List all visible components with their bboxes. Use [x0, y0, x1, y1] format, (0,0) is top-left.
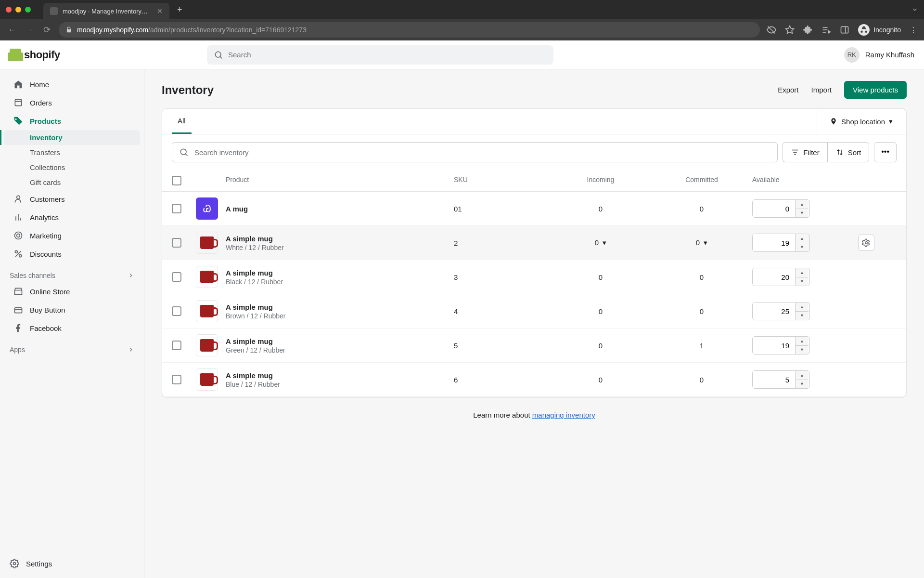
row-checkbox[interactable] [172, 204, 181, 213]
star-icon[interactable] [785, 25, 795, 35]
address-bar[interactable]: moodjoy.myshopify.com/admin/products/inv… [59, 22, 760, 38]
col-incoming[interactable]: Incoming [550, 176, 651, 185]
available-input[interactable] [753, 302, 795, 320]
stepper-down[interactable]: ▼ [796, 312, 808, 320]
col-committed[interactable]: Committed [651, 176, 752, 185]
select-all-checkbox[interactable] [172, 176, 181, 185]
forward-button[interactable]: → [24, 25, 35, 35]
logo[interactable]: shopify [10, 49, 149, 61]
committed-dropdown[interactable]: 0 ▾ [696, 238, 708, 247]
product-name[interactable]: A simple mug [226, 337, 454, 345]
row-checkbox[interactable] [172, 306, 181, 316]
row-checkbox[interactable] [172, 238, 181, 248]
kebab-menu-icon[interactable]: ⋮ [910, 26, 917, 35]
sidebar-sub-inventory[interactable]: Inventory [4, 130, 140, 145]
available-input[interactable] [753, 234, 795, 251]
close-window-button[interactable] [6, 7, 12, 13]
analytics-icon [13, 212, 23, 222]
table-row[interactable]: A simple mugBrown / 12 / Rubber400▲▼ [162, 294, 906, 328]
stepper-down[interactable]: ▼ [796, 277, 808, 286]
stepper-down[interactable]: ▼ [796, 209, 808, 218]
available-input[interactable] [753, 371, 795, 388]
filter-button[interactable]: Filter [783, 142, 827, 162]
back-button[interactable]: ← [7, 25, 17, 35]
available-stepper[interactable]: ▲▼ [752, 268, 810, 286]
product-name[interactable]: A simple mug [226, 269, 454, 277]
stepper-up[interactable]: ▲ [796, 200, 808, 209]
sidebar-item-analytics[interactable]: Analytics [4, 209, 140, 226]
user-menu[interactable]: RK Ramy Khuffash [844, 47, 914, 63]
stepper-up[interactable]: ▲ [796, 302, 808, 312]
global-search[interactable]: Search [207, 45, 553, 65]
stepper-up[interactable]: ▲ [796, 234, 808, 243]
sidebar-channel-buy-button[interactable]: Buy Button [4, 301, 140, 318]
managing-inventory-link[interactable]: managing inventory [532, 411, 595, 419]
incoming-dropdown[interactable]: 0 ▾ [595, 238, 607, 247]
sidebar-settings[interactable]: Settings [0, 552, 144, 578]
table-row[interactable]: A simple mugBlue / 12 / Rubber600▲▼ [162, 363, 906, 397]
stepper-down[interactable]: ▼ [796, 380, 808, 389]
table-row[interactable]: ᏊA mug0100▲▼ [162, 192, 906, 226]
sort-button[interactable]: Sort [827, 142, 870, 162]
row-checkbox[interactable] [172, 272, 181, 282]
sidebar-sub-collections[interactable]: Collections [4, 160, 140, 175]
available-stepper[interactable]: ▲▼ [752, 234, 810, 252]
close-tab-icon[interactable]: ✕ [157, 7, 163, 15]
extensions-icon[interactable] [803, 25, 813, 35]
sidebar-item-home[interactable]: Home [4, 76, 140, 93]
browser-tab[interactable]: moodjoy · Manage Inventory · S ✕ [43, 3, 169, 19]
eye-off-icon[interactable] [767, 25, 776, 35]
row-more-button[interactable] [858, 235, 874, 251]
tabs-dropdown-icon[interactable] [911, 6, 918, 13]
product-name[interactable]: A simple mug [226, 303, 454, 311]
sidebar-item-orders[interactable]: Orders [4, 94, 140, 111]
reload-button[interactable]: ⟳ [41, 25, 52, 35]
table-row[interactable]: A simple mugBlack / 12 / Rubber300▲▼ [162, 260, 906, 294]
search-inventory-input[interactable]: Search inventory [172, 142, 778, 162]
available-input[interactable] [753, 268, 795, 286]
sales-channels-header[interactable]: Sales channels [0, 263, 144, 282]
col-available[interactable]: Available [752, 176, 858, 185]
col-sku[interactable]: SKU [454, 176, 550, 185]
available-stepper[interactable]: ▲▼ [752, 302, 810, 320]
sidebar-channel-facebook[interactable]: Facebook [4, 319, 140, 337]
product-name[interactable]: A simple mug [226, 235, 454, 243]
import-button[interactable]: Import [811, 86, 832, 94]
more-actions-button[interactable]: ••• [874, 142, 897, 162]
incognito-badge[interactable]: Incognito [858, 24, 901, 36]
stepper-down[interactable]: ▼ [796, 243, 808, 252]
product-name[interactable]: A mug [226, 205, 454, 213]
sidebar-sub-gift-cards[interactable]: Gift cards [4, 175, 140, 190]
col-product[interactable]: Product [226, 176, 454, 185]
table-row[interactable]: A simple mugGreen / 12 / Rubber501▲▼ [162, 328, 906, 363]
stepper-up[interactable]: ▲ [796, 371, 808, 380]
product-name[interactable]: A simple mug [226, 371, 454, 380]
sidebar-item-marketing[interactable]: Marketing [4, 227, 140, 244]
location-selector[interactable]: Shop location ▾ [817, 109, 897, 133]
available-stepper[interactable]: ▲▼ [752, 336, 810, 355]
panel-icon[interactable] [840, 25, 849, 35]
stepper-up[interactable]: ▲ [796, 337, 808, 346]
stepper-down[interactable]: ▼ [796, 346, 808, 355]
sidebar-sub-transfers[interactable]: Transfers [4, 145, 140, 160]
sidebar-item-customers[interactable]: Customers [4, 190, 140, 208]
sidebar-item-products[interactable]: Products [4, 112, 140, 130]
available-input[interactable] [753, 337, 795, 354]
available-stepper[interactable]: ▲▼ [752, 370, 810, 389]
sidebar-channel-online-store[interactable]: Online Store [4, 283, 140, 300]
row-checkbox[interactable] [172, 341, 181, 350]
minimize-window-button[interactable] [15, 7, 21, 13]
table-row[interactable]: A simple mugWhite / 12 / Rubber20 ▾0 ▾▲▼ [162, 226, 906, 260]
sidebar-item-discounts[interactable]: Discounts [4, 245, 140, 263]
export-button[interactable]: Export [778, 86, 798, 94]
tab-all[interactable]: All [172, 109, 192, 134]
stepper-up[interactable]: ▲ [796, 268, 808, 277]
new-tab-button[interactable]: + [177, 5, 182, 15]
row-checkbox[interactable] [172, 375, 181, 384]
available-input[interactable] [753, 200, 795, 217]
available-stepper[interactable]: ▲▼ [752, 199, 810, 218]
maximize-window-button[interactable] [25, 7, 31, 13]
playlist-icon[interactable] [821, 25, 831, 35]
apps-header[interactable]: Apps [0, 337, 144, 356]
view-products-button[interactable]: View products [844, 81, 907, 99]
